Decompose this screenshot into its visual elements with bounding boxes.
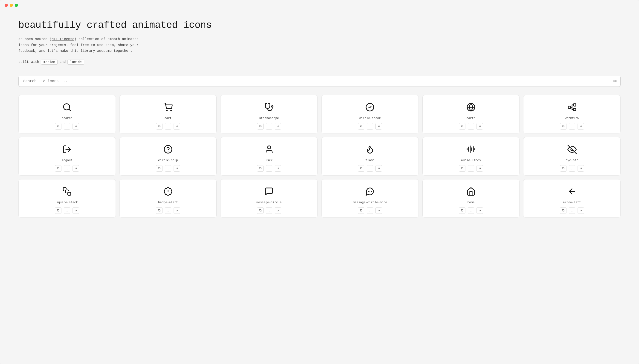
icon-actions-home: ⧉ ↓ ↗ [459, 207, 483, 214]
copy-button-circle-check[interactable]: ⧉ [358, 123, 364, 130]
icon-actions-cart: ⧉ ↓ ↗ [156, 123, 180, 130]
download-button-arrow-left[interactable]: ↓ [569, 207, 575, 214]
copy-button-eye-off[interactable]: ⧉ [560, 165, 566, 172]
lucide-badge[interactable]: lucide [68, 60, 84, 65]
close-dot[interactable] [5, 4, 8, 7]
mit-license-link[interactable]: MIT License [52, 37, 74, 41]
download-button-workflow[interactable]: ↓ [569, 123, 575, 130]
message-circle-more-icon [365, 186, 374, 197]
workflow-icon [567, 102, 577, 113]
external-button-workflow[interactable]: ↗ [577, 123, 584, 130]
external-button-message-circle-more[interactable]: ↗ [375, 207, 382, 214]
copy-button-logout[interactable]: ⧉ [55, 165, 62, 172]
external-button-eye-off[interactable]: ↗ [577, 165, 584, 172]
icon-card-cart[interactable]: cart ⧉ ↓ ↗ [120, 95, 217, 134]
titlebar [0, 0, 639, 10]
copy-button-user[interactable]: ⧉ [257, 165, 264, 172]
icon-card-eye-off[interactable]: eye-off ⧉ ↓ ↗ [523, 137, 620, 176]
icon-card-audio-lines[interactable]: audio-lines ⧉ ↓ ↗ [422, 137, 520, 176]
download-button-message-circle[interactable]: ↓ [266, 207, 272, 214]
external-button-square-stack[interactable]: ↗ [73, 207, 79, 214]
eye-off-icon [567, 144, 577, 155]
external-button-user[interactable]: ↗ [275, 165, 281, 172]
icon-label-flame: flame [366, 158, 374, 162]
download-button-earth[interactable]: ↓ [468, 123, 474, 130]
download-button-stethoscope[interactable]: ↓ [266, 123, 272, 130]
download-button-square-stack[interactable]: ↓ [64, 207, 70, 214]
motion-badge[interactable]: motion [41, 60, 58, 65]
copy-button-stethoscope[interactable]: ⧉ [257, 123, 264, 130]
maximize-dot[interactable] [15, 4, 18, 7]
download-button-search[interactable]: ↓ [64, 123, 70, 130]
icon-label-square-stack: square-stack [56, 201, 78, 204]
external-button-circle-check[interactable]: ↗ [375, 123, 382, 130]
icon-card-flame[interactable]: flame ⧉ ↓ ↗ [321, 137, 419, 176]
copy-button-home[interactable]: ⧉ [459, 207, 465, 214]
external-button-search[interactable]: ↗ [73, 123, 79, 130]
copy-button-cart[interactable]: ⧉ [156, 123, 163, 130]
external-button-home[interactable]: ↗ [476, 207, 483, 214]
user-icon [265, 144, 274, 155]
external-button-audio-lines[interactable]: ↗ [476, 165, 483, 172]
copy-button-message-circle-more[interactable]: ⧉ [358, 207, 364, 214]
icon-actions-circle-help: ⧉ ↓ ↗ [156, 165, 180, 172]
copy-button-audio-lines[interactable]: ⧉ [459, 165, 465, 172]
icon-card-message-circle-more[interactable]: message-circle-more ⧉ ↓ ↗ [321, 179, 419, 218]
external-button-message-circle[interactable]: ↗ [275, 207, 281, 214]
download-button-audio-lines[interactable]: ↓ [468, 165, 474, 172]
external-button-stethoscope[interactable]: ↗ [275, 123, 281, 130]
svg-rect-15 [68, 192, 71, 195]
flame-icon [365, 144, 374, 155]
download-button-eye-off[interactable]: ↓ [569, 165, 575, 172]
external-button-cart[interactable]: ↗ [174, 123, 180, 130]
search-shortcut: ⌘K [613, 80, 617, 83]
copy-button-badge-alert[interactable]: ⧉ [156, 207, 163, 214]
icon-actions-message-circle: ⧉ ↓ ↗ [257, 207, 281, 214]
copy-button-earth[interactable]: ⧉ [459, 123, 465, 130]
icon-actions-message-circle-more: ⧉ ↓ ↗ [358, 207, 382, 214]
copy-button-square-stack[interactable]: ⧉ [55, 207, 62, 214]
external-button-earth[interactable]: ↗ [476, 123, 483, 130]
icon-card-search[interactable]: search ⧉ ↓ ↗ [19, 95, 116, 134]
download-button-message-circle-more[interactable]: ↓ [367, 207, 373, 214]
icon-card-stethoscope[interactable]: stethoscope ⧉ ↓ ↗ [220, 95, 318, 134]
icon-card-badge-alert[interactable]: badge-alert ⧉ ↓ ↗ [120, 179, 217, 218]
icon-card-arrow-left[interactable]: arrow-left ⧉ ↓ ↗ [523, 179, 620, 218]
copy-button-search[interactable]: ⧉ [55, 123, 62, 130]
download-button-badge-alert[interactable]: ↓ [165, 207, 171, 214]
icon-card-message-circle[interactable]: message-circle ⧉ ↓ ↗ [220, 179, 318, 218]
copy-button-arrow-left[interactable]: ⧉ [560, 207, 566, 214]
external-button-badge-alert[interactable]: ↗ [174, 207, 180, 214]
download-button-flame[interactable]: ↓ [367, 165, 373, 172]
search-input[interactable] [19, 76, 620, 87]
download-button-circle-help[interactable]: ↓ [165, 165, 171, 172]
minimize-dot[interactable] [10, 4, 13, 7]
icon-card-circle-help[interactable]: circle-help ⧉ ↓ ↗ [120, 137, 217, 176]
icon-card-home[interactable]: home ⧉ ↓ ↗ [422, 179, 520, 218]
earth-icon [466, 102, 476, 113]
copy-button-workflow[interactable]: ⧉ [560, 123, 566, 130]
copy-button-circle-help[interactable]: ⧉ [156, 165, 163, 172]
external-button-flame[interactable]: ↗ [375, 165, 382, 172]
download-button-logout[interactable]: ↓ [64, 165, 70, 172]
download-button-home[interactable]: ↓ [468, 207, 474, 214]
icon-card-user[interactable]: user ⧉ ↓ ↗ [220, 137, 318, 176]
icon-card-circle-check[interactable]: circle-check ⧉ ↓ ↗ [321, 95, 419, 134]
icon-actions-earth: ⧉ ↓ ↗ [459, 123, 483, 130]
icon-card-workflow[interactable]: workflow ⧉ ↓ ↗ [523, 95, 620, 134]
copy-button-flame[interactable]: ⧉ [358, 165, 364, 172]
copy-button-message-circle[interactable]: ⧉ [257, 207, 264, 214]
download-button-cart[interactable]: ↓ [165, 123, 171, 130]
app-window: beautifully crafted animated icons an op… [0, 0, 639, 364]
icons-grid: search ⧉ ↓ ↗ cart ⧉ [19, 95, 620, 218]
built-with-section: built with motion and lucide [19, 60, 620, 65]
download-button-circle-check[interactable]: ↓ [367, 123, 373, 130]
external-button-arrow-left[interactable]: ↗ [577, 207, 584, 214]
icon-card-logout[interactable]: logout ⧉ ↓ ↗ [19, 137, 116, 176]
icon-card-earth[interactable]: earth ⧉ ↓ ↗ [422, 95, 520, 134]
external-button-logout[interactable]: ↗ [73, 165, 79, 172]
icon-card-square-stack[interactable]: square-stack ⧉ ↓ ↗ [19, 179, 116, 218]
download-button-user[interactable]: ↓ [266, 165, 272, 172]
external-button-circle-help[interactable]: ↗ [174, 165, 180, 172]
stethoscope-icon [265, 102, 274, 113]
